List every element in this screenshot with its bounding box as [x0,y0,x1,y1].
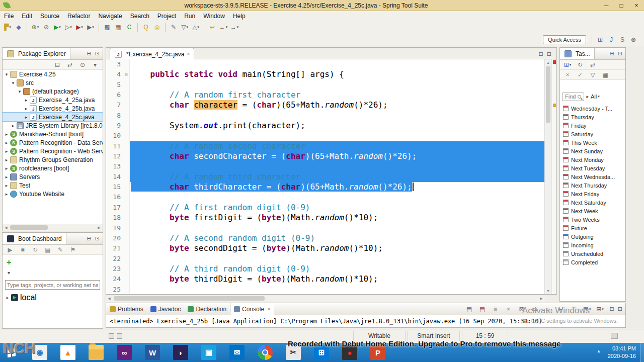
profile-icon[interactable]: ▷▾ [63,22,73,32]
tree-item[interactable]: ▸Rhythm Groups Generation [3,155,103,164]
package-explorer-tab[interactable]: Package Explorer [3,48,70,59]
mail[interactable]: ✉ [229,345,245,360]
debug-perspective-icon[interactable]: ⊛ [628,35,638,45]
minimize-view-button[interactable]: ⊟ [610,50,614,57]
maximize-view-button[interactable]: ⊡ [95,50,100,57]
spring-perspective-icon[interactable]: S [617,35,627,45]
next-annotation-icon[interactable]: ▽▾ [180,22,190,32]
chrome[interactable] [258,345,273,360]
add-target-button[interactable]: + [7,258,11,267]
tree-expander-icon[interactable]: ▸ [4,174,10,179]
external-tools-icon[interactable]: ▶▾ [86,22,96,32]
new-class-icon[interactable]: C [124,22,134,32]
tag-icon[interactable]: ⚑ [68,245,78,255]
code-line[interactable]: 20 // A second random digit (0-9) [106,233,544,243]
new-icon[interactable]: ▛▾ [3,22,13,32]
code-line[interactable]: 23 // A third random digit (0-9) [106,264,544,274]
stop-target-icon[interactable]: ■ [18,245,28,255]
tree-expander-icon[interactable]: ▸ [4,166,10,171]
filter-icon[interactable]: ▽ [588,70,598,80]
visual-studio[interactable]: ∞ [117,345,132,360]
eclipse-ide[interactable]: ◗ [173,345,188,360]
tree-expander-icon[interactable]: ▸ [5,295,11,300]
back-icon[interactable]: ←▾ [218,22,228,32]
scrollbar-thumb[interactable] [114,296,265,301]
code-line[interactable]: 10 [106,131,544,141]
scrollbar-thumb[interactable] [546,66,550,123]
tree-item[interactable]: ▸Youtube Website [3,190,103,198]
boot-dashboard-filter-input[interactable] [5,280,100,290]
minimize-button[interactable]: ─ [599,2,614,9]
code-line[interactable]: 18 byte firstDigit = (byte)(Math.random(… [106,213,544,223]
boot-dashboard-tab[interactable]: Boot Dashboard [3,233,66,244]
tree-expander-icon[interactable]: ▸ [4,140,10,145]
error-marker[interactable] [553,60,556,64]
menu-search[interactable]: Search [126,12,153,21]
scroll-left-button[interactable]: ◀ [3,224,10,231]
restart-target-icon[interactable]: ↻ [30,245,40,255]
tree-item[interactable]: ▸SPattern Recognition - Web Servic [3,147,103,155]
collapse-all-icon[interactable]: ⊟ [52,60,62,70]
editor-tab[interactable]: J *Exercise_4_25c.java × [110,48,194,60]
task-category-row[interactable]: Saturday [560,130,625,138]
task-category-row[interactable]: Incoming [560,241,625,249]
code-line[interactable]: 8 [106,111,544,121]
occurrence-marker[interactable] [553,104,556,107]
task-category-row[interactable]: Next Thursday [560,181,625,190]
open-console-icon[interactable]: ▤ [43,245,53,255]
code-line[interactable]: 6 // A random first character [106,90,544,100]
maximize-button[interactable]: □ [614,2,629,9]
task-category-row[interactable]: Friday [560,121,625,130]
scroll-right-button[interactable]: ▶ [96,224,103,231]
maximize-view-button[interactable]: ⊡ [618,306,622,312]
minimize-view-button[interactable]: ⊟ [539,51,543,57]
tree-expander-icon[interactable]: ▸ [4,183,10,188]
close-tab-icon[interactable]: × [187,51,190,57]
tab-console[interactable]: Console× [230,303,274,315]
code-line[interactable]: 19 [106,223,544,233]
scroll-up-button[interactable]: ▲ [545,59,551,66]
synchronize-icon[interactable]: ↻ [575,60,585,70]
tree-item[interactable]: ▾Exercise 4.25 [3,70,103,78]
open-config-icon[interactable]: ✎ [55,245,65,255]
file-explorer[interactable] [89,345,104,360]
skip-breakpoints-icon[interactable]: ⊘ [41,22,51,32]
link-with-editor-icon[interactable]: ⇄ [65,60,75,70]
menu-project[interactable]: Project [153,12,180,21]
forward-icon[interactable]: →▾ [229,22,239,32]
tree-expander-icon[interactable]: ▸ [23,115,29,120]
scrollbar-thumb[interactable] [10,225,48,230]
tree-expander-icon[interactable]: ▸ [4,192,10,197]
task-category-row[interactable]: Two Weeks [560,215,625,224]
tree-item[interactable]: ▸Sroofcleaners [boot] [3,164,103,172]
java-perspective-icon[interactable]: J [606,35,616,45]
last-edit-location-icon[interactable]: ↩ [207,22,217,32]
vlc-player[interactable]: ▲ [60,345,75,360]
code-line[interactable]: 15 char thirdCharacter = (char)(65+Math.… [106,182,544,192]
task-list-tab[interactable]: Tas... [560,48,595,59]
boot-target-row[interactable]: ▸▶local [3,293,103,302]
new-package-icon[interactable]: ▦ [113,22,123,32]
code-line[interactable]: 9 System.out.print(character); [106,121,544,131]
code-line[interactable]: 14 // A random third character [106,172,544,182]
close-button[interactable]: × [629,2,644,9]
tree-item[interactable]: ▸Servers [3,172,103,181]
show-console-on-output-icon[interactable]: ▤ [464,304,474,314]
tree-expander-icon[interactable]: ▸ [4,132,10,137]
close-tab-icon[interactable]: × [267,306,270,312]
code-editor[interactable]: 34⊟ public static void main(String[] arg… [106,59,557,295]
code-line[interactable]: 16 [106,192,544,202]
menu-refactor[interactable]: Refactor [63,12,94,21]
tree-item[interactable]: ▾(default package) [3,87,103,96]
tree-expander-icon[interactable]: ▾ [10,80,16,85]
save-icon[interactable]: ◆ [14,22,24,32]
task-category-row[interactable]: Future [560,224,625,232]
tree-item[interactable]: ▸JExercise_4_25a.java [3,96,103,104]
menu-edit[interactable]: Edit [18,12,36,21]
maximize-view-button[interactable]: ⊡ [618,50,622,57]
tree-expander-icon[interactable]: ▸ [23,106,29,111]
view-menu-icon[interactable]: ▾ [90,60,100,70]
remove-launch-icon[interactable]: × [504,304,514,314]
calendar-view-icon[interactable]: ▦ [600,70,610,80]
scroll-down-button[interactable]: ▼ [545,288,551,294]
